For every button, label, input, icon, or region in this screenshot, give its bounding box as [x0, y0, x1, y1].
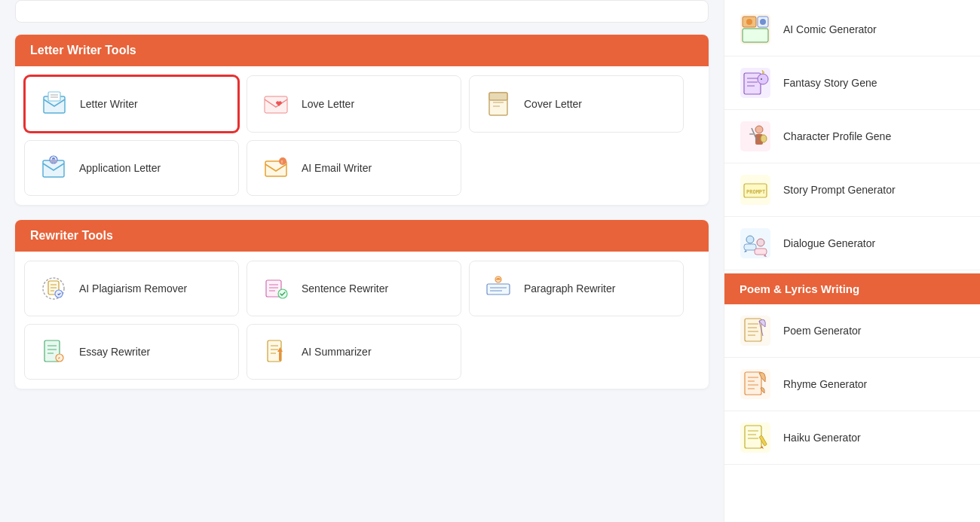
top-placeholder: [15, 0, 709, 23]
sidebar-item-story-prompt-generator-label: Story Prompt Generator: [783, 184, 896, 196]
paragraph-rewriter-icon: [482, 272, 515, 305]
letter-section-header: Letter Writer Tools: [15, 35, 709, 66]
ai-email-writer-label: AI Email Writer: [302, 162, 372, 174]
sidebar-item-haiku-generator[interactable]: Haiku Generator: [724, 411, 980, 465]
character-profile-gene-icon: [738, 119, 773, 154]
rhyme-generator-icon: [738, 367, 773, 401]
sidebar-poem-section-header: Poem & Lyrics Writing: [724, 273, 980, 304]
sidebar-item-haiku-generator-label: Haiku Generator: [783, 432, 861, 444]
svg-text:PROMPT: PROMPT: [746, 189, 765, 195]
essay-rewriter-label: Essay Rewriter: [79, 346, 150, 358]
svg-rect-45: [743, 29, 768, 42]
svg-rect-68: [755, 249, 767, 255]
svg-rect-83: [745, 426, 761, 448]
sidebar: AI Comic Generator Fantasy Story Gene: [724, 0, 980, 522]
rewriter-cards-grid: AI Plagiarism Remover Sentence Rewriter: [15, 252, 709, 389]
card-ai-email-writer[interactable]: ! AI Email Writer: [247, 140, 461, 196]
card-love-letter[interactable]: Love Letter: [247, 75, 461, 133]
card-essay-rewriter[interactable]: Essay Rewriter: [24, 324, 239, 380]
sidebar-item-rhyme-generator[interactable]: Rhyme Generator: [724, 358, 980, 411]
svg-point-56: [755, 126, 763, 133]
svg-text:!: !: [281, 160, 283, 164]
sidebar-item-rhyme-generator-label: Rhyme Generator: [783, 378, 867, 390]
svg-rect-77: [745, 372, 761, 395]
application-letter-label: Application Letter: [79, 162, 161, 174]
svg-rect-40: [279, 352, 281, 361]
paragraph-rewriter-label: Paragraph Rewriter: [524, 282, 615, 295]
fantasy-story-gene-icon: [738, 66, 773, 100]
svg-rect-27: [487, 284, 510, 295]
poem-generator-icon: [738, 313, 773, 348]
card-letter-writer[interactable]: Letter Writer: [24, 75, 239, 133]
letter-writer-section: Letter Writer Tools Letter Writer: [15, 35, 709, 205]
sidebar-poem-section: Poem & Lyrics Writing Poem Generator: [724, 273, 980, 465]
svg-point-14: [279, 157, 286, 165]
card-cover-letter[interactable]: Cover Letter: [469, 75, 684, 133]
sidebar-item-fantasy-story-gene[interactable]: Fantasy Story Gene: [724, 56, 980, 110]
sentence-rewriter-label: Sentence Rewriter: [302, 282, 388, 295]
card-application-letter[interactable]: Application Letter: [24, 140, 239, 196]
svg-rect-4: [265, 96, 287, 113]
cover-letter-label: Cover Letter: [524, 98, 582, 110]
letter-writer-label: Letter Writer: [80, 98, 138, 110]
ai-comic-generator-icon: [738, 12, 773, 47]
sidebar-item-ai-comic-generator[interactable]: AI Comic Generator: [724, 3, 980, 56]
sidebar-item-ai-comic-generator-label: AI Comic Generator: [783, 23, 877, 35]
essay-rewriter-icon: [37, 335, 70, 368]
svg-rect-67: [744, 244, 756, 250]
application-letter-icon: [37, 151, 70, 185]
sidebar-item-character-profile-gene[interactable]: Character Profile Gene: [724, 110, 980, 163]
svg-point-26: [278, 289, 287, 298]
letter-writer-icon: [38, 87, 71, 121]
card-ai-summarizer[interactable]: AI Summarizer: [247, 324, 461, 380]
main-content: Letter Writer Tools Letter Writer: [0, 0, 724, 522]
rewriter-section-header: Rewriter Tools: [15, 220, 709, 252]
svg-rect-59: [749, 133, 755, 135]
card-sentence-rewriter[interactable]: Sentence Rewriter: [247, 261, 461, 316]
ai-summarizer-label: AI Summarizer: [302, 346, 372, 358]
svg-point-47: [760, 19, 766, 25]
sidebar-item-dialogue-generator-label: Dialogue Generator: [783, 237, 875, 249]
svg-point-65: [746, 236, 754, 243]
haiku-generator-icon: [738, 420, 773, 455]
svg-rect-9: [489, 93, 507, 100]
svg-point-21: [55, 290, 63, 298]
sidebar-item-story-prompt-generator[interactable]: PROMPT Story Prompt Generator: [724, 163, 980, 217]
sidebar-item-character-profile-gene-label: Character Profile Gene: [783, 130, 891, 142]
love-letter-icon: [259, 87, 292, 121]
card-ai-plagiarism-remover[interactable]: AI Plagiarism Remover: [24, 261, 239, 316]
svg-point-53: [758, 74, 768, 84]
sidebar-item-poem-generator[interactable]: Poem Generator: [724, 304, 980, 358]
ai-summarizer-icon: [259, 335, 292, 368]
rewriter-section: Rewriter Tools AI Plagiarism Remover: [15, 220, 709, 389]
ai-plagiarism-remover-label: AI Plagiarism Remover: [79, 282, 187, 295]
svg-point-46: [746, 19, 752, 25]
ai-email-writer-icon: !: [259, 151, 292, 185]
letter-cards-grid: Letter Writer Love Letter: [15, 66, 709, 205]
love-letter-label: Love Letter: [302, 98, 354, 110]
svg-rect-70: [745, 319, 761, 341]
sidebar-item-dialogue-generator[interactable]: Dialogue Generator: [724, 217, 980, 270]
sidebar-item-poem-generator-label: Poem Generator: [783, 325, 862, 337]
story-prompt-generator-icon: PROMPT: [738, 172, 773, 207]
dialogue-generator-icon: [738, 226, 773, 261]
svg-point-54: [761, 78, 762, 80]
sentence-rewriter-icon: [259, 272, 292, 305]
ai-plagiarism-remover-icon: [37, 272, 70, 305]
cover-letter-icon: [482, 87, 515, 121]
sidebar-story-items: AI Comic Generator Fantasy Story Gene: [724, 0, 980, 273]
sidebar-item-fantasy-story-gene-label: Fantasy Story Gene: [783, 77, 877, 89]
svg-point-60: [761, 135, 767, 142]
svg-point-66: [757, 239, 764, 246]
card-paragraph-rewriter[interactable]: Paragraph Rewriter: [469, 261, 684, 316]
svg-rect-1: [48, 92, 60, 101]
